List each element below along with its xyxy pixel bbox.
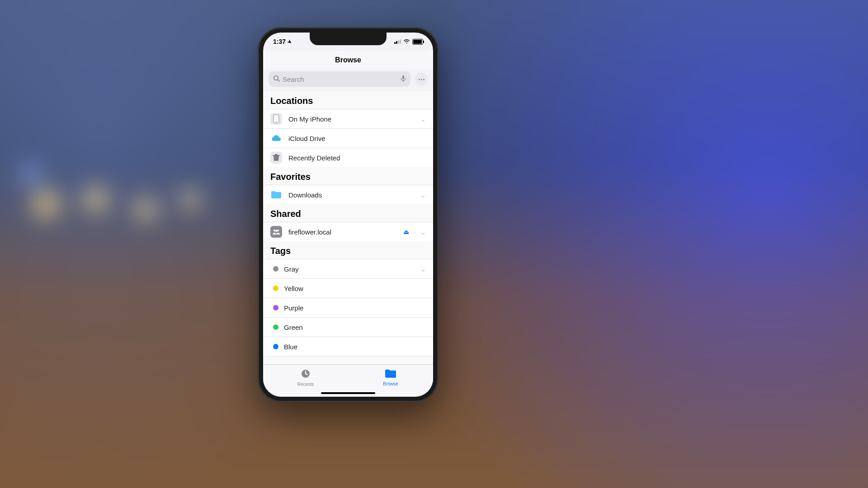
- tag-color-dot: [273, 266, 278, 272]
- svg-point-8: [277, 230, 279, 231]
- trash-icon: [270, 152, 282, 164]
- location-icloud-drive[interactable]: iCloud Drive: [263, 128, 433, 148]
- status-time: 1:37: [273, 38, 286, 45]
- tab-recents[interactable]: Recents: [263, 365, 348, 390]
- tab-label: Browse: [383, 381, 398, 386]
- favorite-downloads[interactable]: Downloads ⌄: [263, 185, 433, 204]
- tab-browse[interactable]: Browse: [348, 365, 433, 390]
- row-label: Purple: [284, 304, 303, 312]
- chevron-down-icon: ⌄: [420, 115, 426, 123]
- cloud-icon: [270, 132, 282, 144]
- svg-point-5: [276, 122, 277, 122]
- location-services-icon: ➤: [286, 38, 293, 45]
- tag-color-dot: [273, 286, 278, 291]
- home-indicator[interactable]: [321, 392, 375, 394]
- tag-purple[interactable]: Purple: [263, 298, 433, 317]
- nav-title: Browse: [335, 56, 361, 64]
- favorites-header: Favorites: [263, 167, 433, 185]
- tab-bar: Recents Browse: [263, 364, 433, 397]
- shared-header: Shared: [263, 204, 433, 222]
- location-recently-deleted[interactable]: Recently Deleted: [263, 148, 433, 167]
- tags-header: Tags: [263, 241, 433, 259]
- search-icon: [273, 75, 280, 83]
- svg-rect-6: [273, 155, 280, 156]
- shared-server-icon: [270, 226, 282, 238]
- row-label: Blue: [284, 343, 297, 351]
- clock-icon: [300, 368, 311, 381]
- cellular-signal-icon: [394, 39, 401, 44]
- folder-icon: [385, 369, 396, 380]
- folder-icon: [270, 189, 282, 201]
- dictation-icon[interactable]: [401, 75, 406, 84]
- iphone-device-frame: 1:37 ➤ Browse Search: [258, 27, 439, 402]
- search-row: Search ⋯: [269, 71, 428, 87]
- tag-gray[interactable]: Gray ⌄: [263, 259, 433, 278]
- tag-blue[interactable]: Blue: [263, 337, 433, 357]
- svg-line-1: [278, 80, 279, 81]
- tag-color-dot: [273, 344, 278, 349]
- svg-point-9: [275, 230, 278, 232]
- row-label: On My iPhone: [288, 115, 331, 123]
- row-label: Recently Deleted: [288, 154, 340, 162]
- iphone-screen: 1:37 ➤ Browse Search: [263, 33, 433, 397]
- row-label: Green: [284, 324, 303, 331]
- tag-yellow[interactable]: Yellow: [263, 278, 433, 298]
- display-notch: [310, 33, 387, 45]
- status-left: 1:37 ➤: [273, 38, 292, 45]
- chevron-down-icon: ⌄: [420, 191, 426, 199]
- chevron-down-icon: ⌄: [420, 265, 426, 273]
- iphone-icon: [270, 113, 282, 125]
- chevron-down-icon: ⌄: [420, 228, 426, 236]
- search-input[interactable]: Search: [269, 71, 410, 87]
- nav-bar: Browse: [263, 51, 433, 70]
- tab-label: Recents: [297, 382, 314, 387]
- row-label: Gray: [284, 265, 299, 273]
- location-on-my-iphone[interactable]: On My iPhone ⌄: [263, 109, 433, 128]
- battery-icon: [412, 39, 423, 45]
- row-label: Downloads: [288, 191, 322, 199]
- wifi-icon: [403, 38, 410, 45]
- row-label: Yellow: [284, 285, 303, 292]
- browse-content[interactable]: Locations On My iPhone ⌄ iCloud Drive: [263, 91, 433, 364]
- tag-color-dot: [273, 305, 278, 310]
- tag-color-dot: [273, 324, 278, 330]
- svg-point-7: [274, 230, 275, 231]
- row-label: iCloud Drive: [288, 135, 326, 142]
- more-options-button[interactable]: ⋯: [415, 73, 428, 85]
- svg-rect-2: [402, 75, 404, 79]
- locations-header: Locations: [263, 91, 433, 109]
- status-right: [394, 38, 423, 45]
- tag-green[interactable]: Green: [263, 317, 433, 337]
- shared-server[interactable]: fireflower.local ⏏ ⌄: [263, 222, 433, 241]
- eject-icon[interactable]: ⏏: [403, 228, 409, 235]
- search-placeholder: Search: [283, 75, 398, 83]
- row-label: fireflower.local: [288, 228, 331, 236]
